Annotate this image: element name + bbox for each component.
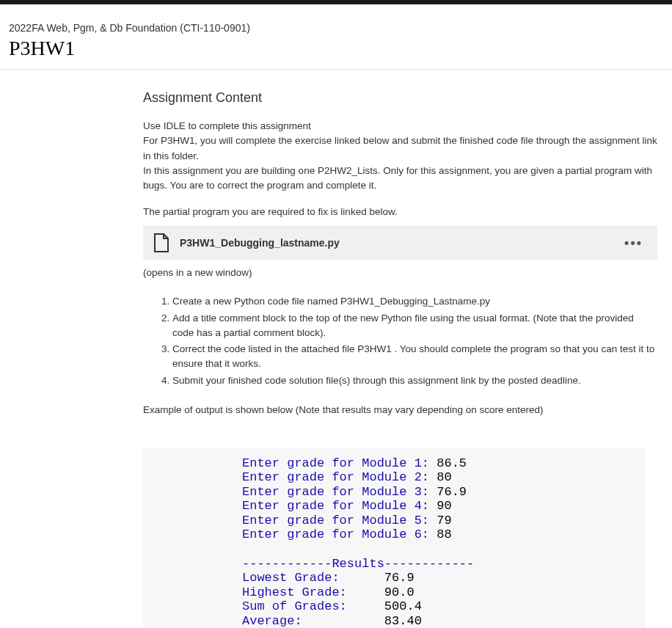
course-name: 2022FA Web, Pgm, & Db Foundation (CTI-11…	[9, 22, 663, 34]
result-value: 83.40	[384, 614, 422, 628]
page-title: P3HW1	[9, 37, 663, 60]
output-input: 76.9	[437, 485, 467, 499]
result-value: 90.0	[384, 585, 414, 599]
description-line: In this assignment you are building one …	[143, 164, 657, 194]
output-input: 90	[437, 499, 451, 513]
opens-new-window-note: (opens in a new window)	[143, 267, 657, 278]
description-block: Use IDLE to complete this assignment For…	[143, 119, 657, 193]
output-prompt: Enter grade for Module 1:	[242, 456, 429, 470]
attachment-bar[interactable]: P3HW1_Debugging_lastname.py •••	[143, 226, 657, 260]
list-item: Create a new Python code file named P3HW…	[172, 294, 657, 309]
output-input: 86.5	[437, 456, 467, 470]
result-label: Sum of Grades:	[242, 599, 384, 613]
partial-program-note: The partial program you are required to …	[143, 206, 657, 217]
assignment-content: Assignment Content Use IDLE to complete …	[0, 70, 672, 628]
description-line: Use IDLE to complete this assignment	[143, 119, 657, 134]
description-line: For P3HW1, you will complete the exercis…	[143, 134, 657, 164]
result-value: 500.4	[384, 599, 422, 613]
result-label: Average:	[242, 614, 384, 628]
section-heading: Assignment Content	[143, 90, 657, 106]
file-icon	[153, 233, 169, 252]
instructions-list: Create a new Python code file named P3HW…	[143, 294, 657, 388]
output-prompt: Enter grade for Module 3:	[242, 485, 429, 499]
list-item: Add a title comment block to the top of …	[172, 311, 657, 341]
attachment-more-button[interactable]: •••	[620, 236, 647, 251]
output-input: 79	[437, 514, 451, 527]
example-output: Enter grade for Module 1: 86.5 Enter gra…	[143, 448, 646, 628]
page-header: 2022FA Web, Pgm, & Db Foundation (CTI-11…	[0, 4, 672, 70]
output-prompt: Enter grade for Module 6:	[242, 527, 429, 541]
list-item: Correct the code listed in the attached …	[172, 342, 657, 372]
output-prompt: Enter grade for Module 5:	[242, 514, 429, 527]
attachment-filename[interactable]: P3HW1_Debugging_lastname.py	[180, 237, 620, 249]
list-item: Submit your finished code solution file(…	[172, 373, 657, 388]
result-label: Lowest Grade:	[242, 571, 384, 585]
results-header: ------------Results------------	[242, 557, 474, 571]
output-prompt: Enter grade for Module 4:	[242, 499, 429, 513]
result-value: 76.9	[384, 571, 414, 585]
result-label: Highest Grade:	[242, 585, 384, 599]
output-prompt: Enter grade for Module 2:	[242, 470, 429, 484]
output-input: 80	[437, 470, 451, 484]
example-output-note: Example of output is shown below (Note t…	[143, 404, 657, 415]
output-input: 88	[437, 527, 451, 541]
